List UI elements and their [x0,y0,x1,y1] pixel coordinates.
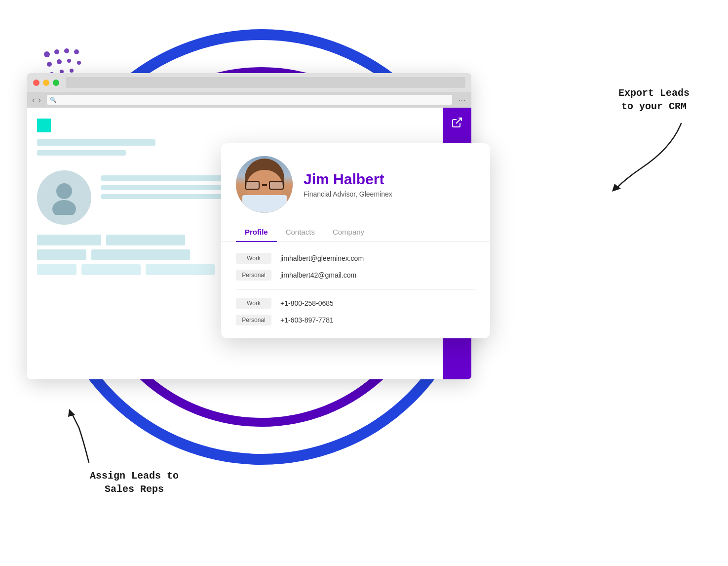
profile-card: Jim Halbert Financial Advisor, Gleeminex… [221,143,490,338]
phone-personal-badge: Personal [236,315,271,325]
svg-point-5 [74,49,79,54]
svg-point-7 [57,59,62,64]
nav-address-bar[interactable]: 🔍 [47,95,452,105]
browser-navbar: ‹ › 🔍 ⋯ [27,92,471,108]
placeholder-bar-1 [37,139,155,146]
tab-profile[interactable]: Profile [236,223,277,242]
profile-avatar [236,156,293,213]
svg-point-8 [67,59,71,63]
svg-point-3 [54,49,59,54]
profile-title: Financial Advisor, Gleeminex [304,190,392,198]
email-personal-value: jimhalbert42@gmail.com [280,271,356,279]
browser-titlebar [27,73,471,92]
export-arrow [582,119,691,198]
svg-point-4 [64,48,69,53]
email-personal-row: Personal jimhalbert42@gmail.com [236,270,475,281]
browser-dot-yellow[interactable] [43,80,49,86]
svg-point-6 [47,62,52,67]
assign-arrow [64,408,153,467]
phone-work-row: Work +1-800-258-0685 [236,298,475,309]
svg-marker-20 [68,409,75,417]
svg-point-2 [44,51,50,57]
svg-line-17 [456,118,461,123]
profile-name: Jim Halbert [304,171,392,188]
nav-forward-button[interactable]: › [38,95,41,105]
person-silhouette-icon [47,180,81,215]
profile-body: Work jimhalbert@gleeminex.com Personal j… [221,242,490,338]
tab-contacts[interactable]: Contacts [277,223,324,242]
phone-personal-value: +1-603-897-7781 [280,316,334,324]
nav-menu-icon[interactable]: ⋯ [458,95,466,105]
profile-card-header: Jim Halbert Financial Advisor, Gleeminex [221,143,490,223]
phone-personal-row: Personal +1-603-897-7781 [236,315,475,325]
assign-leads-annotation: Assign Leads to Sales Reps [90,469,179,496]
nav-back-button[interactable]: ‹ [32,95,35,105]
phone-work-value: +1-800-258-0685 [280,299,334,307]
profile-info: Jim Halbert Financial Advisor, Gleeminex [304,171,392,198]
export-leads-annotation: Export Leads to your CRM [618,86,690,113]
section-divider [236,289,475,290]
phone-work-badge: Work [236,298,271,309]
browser-dot-red[interactable] [33,80,39,86]
email-work-row: Work jimhalbert@gleeminex.com [236,253,475,264]
person-avatar-circle [37,170,91,225]
svg-point-16 [52,200,76,215]
email-personal-badge: Personal [236,270,271,281]
browser-dot-green[interactable] [53,80,59,86]
search-icon: 🔍 [50,97,57,103]
cyan-accent [37,119,51,132]
svg-point-15 [56,183,72,199]
tab-company[interactable]: Company [324,223,373,242]
profile-tabs: Profile Contacts Company [221,223,490,242]
svg-point-12 [70,69,74,73]
email-work-badge: Work [236,253,271,264]
svg-point-9 [77,61,81,65]
placeholder-bar-2 [37,150,126,156]
email-work-value: jimhalbert@gleeminex.com [280,254,364,262]
browser-titlebar-bar [66,77,465,88]
export-link-icon[interactable] [451,117,463,131]
